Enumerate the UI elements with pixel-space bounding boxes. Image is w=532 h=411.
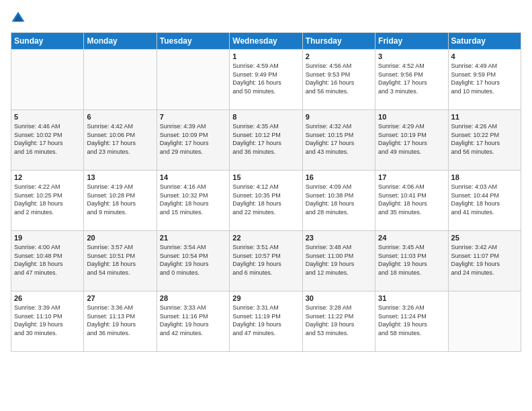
day-info: Sunrise: 3:48 AM Sunset: 11:00 PM Daylig… bbox=[306, 243, 372, 277]
day-number: 13 bbox=[87, 173, 153, 181]
day-number: 7 bbox=[160, 113, 226, 121]
calendar-cell: 19Sunrise: 4:00 AM Sunset: 10:48 PM Dayl… bbox=[11, 231, 84, 291]
header-day-thursday: Thursday bbox=[302, 33, 375, 50]
day-info: Sunrise: 4:29 AM Sunset: 10:19 PM Daylig… bbox=[378, 122, 445, 156]
header-day-wednesday: Wednesday bbox=[230, 33, 302, 50]
calendar-cell: 11Sunrise: 4:26 AM Sunset: 10:22 PM Dayl… bbox=[448, 110, 521, 171]
calendar-week-3: 12Sunrise: 4:22 AM Sunset: 10:25 PM Dayl… bbox=[11, 171, 521, 231]
calendar-cell: 10Sunrise: 4:29 AM Sunset: 10:19 PM Dayl… bbox=[375, 110, 448, 171]
calendar-table: SundayMondayTuesdayWednesdayThursdayFrid… bbox=[11, 32, 521, 352]
calendar-body: 1Sunrise: 4:59 AM Sunset: 9:49 PM Daylig… bbox=[11, 50, 521, 352]
day-number: 3 bbox=[378, 52, 445, 60]
calendar-cell: 20Sunrise: 3:57 AM Sunset: 10:51 PM Dayl… bbox=[84, 231, 157, 291]
header-day-friday: Friday bbox=[375, 33, 448, 50]
day-number: 4 bbox=[451, 52, 518, 60]
calendar-cell: 6Sunrise: 4:42 AM Sunset: 10:06 PM Dayli… bbox=[84, 110, 157, 171]
calendar-cell: 30Sunrise: 3:28 AM Sunset: 11:22 PM Dayl… bbox=[302, 291, 375, 352]
calendar-week-1: 1Sunrise: 4:59 AM Sunset: 9:49 PM Daylig… bbox=[11, 50, 521, 110]
day-number: 17 bbox=[378, 173, 445, 181]
day-number: 31 bbox=[378, 294, 445, 302]
day-info: Sunrise: 3:42 AM Sunset: 11:07 PM Daylig… bbox=[451, 243, 518, 277]
day-number: 14 bbox=[160, 173, 226, 181]
calendar-week-4: 19Sunrise: 4:00 AM Sunset: 10:48 PM Dayl… bbox=[11, 231, 521, 291]
calendar-cell: 26Sunrise: 3:39 AM Sunset: 11:10 PM Dayl… bbox=[11, 291, 84, 352]
calendar-cell: 22Sunrise: 3:51 AM Sunset: 10:57 PM Dayl… bbox=[230, 231, 302, 291]
calendar-cell: 15Sunrise: 4:12 AM Sunset: 10:35 PM Dayl… bbox=[230, 171, 302, 231]
day-number: 9 bbox=[306, 113, 372, 121]
calendar-cell: 21Sunrise: 3:54 AM Sunset: 10:54 PM Dayl… bbox=[157, 231, 229, 291]
logo bbox=[11, 11, 28, 26]
day-info: Sunrise: 4:03 AM Sunset: 10:44 PM Daylig… bbox=[451, 183, 518, 216]
day-info: Sunrise: 4:16 AM Sunset: 10:32 PM Daylig… bbox=[160, 183, 226, 216]
calendar-cell: 14Sunrise: 4:16 AM Sunset: 10:32 PM Dayl… bbox=[157, 171, 229, 231]
calendar-cell bbox=[157, 50, 229, 110]
calendar-cell: 1Sunrise: 4:59 AM Sunset: 9:49 PM Daylig… bbox=[230, 50, 302, 110]
day-info: Sunrise: 4:06 AM Sunset: 10:41 PM Daylig… bbox=[378, 183, 445, 216]
day-number: 28 bbox=[160, 294, 226, 302]
day-number: 11 bbox=[451, 113, 518, 121]
day-number: 2 bbox=[306, 52, 372, 60]
day-number: 19 bbox=[14, 234, 81, 242]
day-number: 30 bbox=[306, 294, 372, 302]
day-info: Sunrise: 4:49 AM Sunset: 9:59 PM Dayligh… bbox=[451, 62, 518, 95]
day-info: Sunrise: 4:19 AM Sunset: 10:28 PM Daylig… bbox=[87, 183, 153, 216]
day-number: 25 bbox=[451, 234, 518, 242]
calendar-cell bbox=[448, 291, 521, 352]
calendar-cell: 13Sunrise: 4:19 AM Sunset: 10:28 PM Dayl… bbox=[84, 171, 157, 231]
header-row: SundayMondayTuesdayWednesdayThursdayFrid… bbox=[11, 33, 521, 50]
day-number: 5 bbox=[14, 113, 81, 121]
day-number: 26 bbox=[14, 294, 81, 302]
calendar-cell: 28Sunrise: 3:33 AM Sunset: 11:16 PM Dayl… bbox=[157, 291, 229, 352]
calendar-cell: 5Sunrise: 4:46 AM Sunset: 10:02 PM Dayli… bbox=[11, 110, 84, 171]
header bbox=[11, 11, 521, 26]
day-number: 15 bbox=[232, 173, 299, 181]
header-day-monday: Monday bbox=[84, 33, 157, 50]
calendar-cell: 27Sunrise: 3:36 AM Sunset: 11:13 PM Dayl… bbox=[84, 291, 157, 352]
calendar-cell: 8Sunrise: 4:35 AM Sunset: 10:12 PM Dayli… bbox=[230, 110, 302, 171]
day-info: Sunrise: 4:59 AM Sunset: 9:49 PM Dayligh… bbox=[232, 62, 299, 95]
day-number: 10 bbox=[378, 113, 445, 121]
day-info: Sunrise: 4:32 AM Sunset: 10:15 PM Daylig… bbox=[306, 122, 372, 156]
day-info: Sunrise: 4:26 AM Sunset: 10:22 PM Daylig… bbox=[451, 122, 518, 156]
calendar-cell: 4Sunrise: 4:49 AM Sunset: 9:59 PM Daylig… bbox=[448, 50, 521, 110]
header-day-tuesday: Tuesday bbox=[157, 33, 229, 50]
day-info: Sunrise: 3:54 AM Sunset: 10:54 PM Daylig… bbox=[160, 243, 226, 277]
day-number: 23 bbox=[306, 234, 372, 242]
day-info: Sunrise: 3:45 AM Sunset: 11:03 PM Daylig… bbox=[378, 243, 445, 277]
calendar-week-5: 26Sunrise: 3:39 AM Sunset: 11:10 PM Dayl… bbox=[11, 291, 521, 352]
day-number: 8 bbox=[232, 113, 299, 121]
day-info: Sunrise: 3:26 AM Sunset: 11:24 PM Daylig… bbox=[378, 304, 445, 337]
calendar-cell bbox=[84, 50, 157, 110]
day-number: 1 bbox=[232, 52, 299, 60]
day-number: 6 bbox=[87, 113, 153, 121]
day-info: Sunrise: 4:35 AM Sunset: 10:12 PM Daylig… bbox=[232, 122, 299, 156]
day-number: 20 bbox=[87, 234, 153, 242]
day-info: Sunrise: 4:56 AM Sunset: 9:53 PM Dayligh… bbox=[306, 62, 372, 95]
calendar-cell: 24Sunrise: 3:45 AM Sunset: 11:03 PM Dayl… bbox=[375, 231, 448, 291]
calendar-cell: 31Sunrise: 3:26 AM Sunset: 11:24 PM Dayl… bbox=[375, 291, 448, 352]
calendar-cell: 25Sunrise: 3:42 AM Sunset: 11:07 PM Dayl… bbox=[448, 231, 521, 291]
calendar-cell: 29Sunrise: 3:31 AM Sunset: 11:19 PM Dayl… bbox=[230, 291, 302, 352]
day-number: 16 bbox=[306, 173, 372, 181]
day-info: Sunrise: 3:31 AM Sunset: 11:19 PM Daylig… bbox=[232, 304, 299, 337]
day-info: Sunrise: 3:36 AM Sunset: 11:13 PM Daylig… bbox=[87, 304, 153, 337]
page: SundayMondayTuesdayWednesdayThursdayFrid… bbox=[0, 0, 532, 359]
day-info: Sunrise: 4:46 AM Sunset: 10:02 PM Daylig… bbox=[14, 122, 81, 156]
header-day-sunday: Sunday bbox=[11, 33, 84, 50]
day-info: Sunrise: 3:33 AM Sunset: 11:16 PM Daylig… bbox=[160, 304, 226, 337]
calendar-week-2: 5Sunrise: 4:46 AM Sunset: 10:02 PM Dayli… bbox=[11, 110, 521, 171]
day-info: Sunrise: 4:39 AM Sunset: 10:09 PM Daylig… bbox=[160, 122, 226, 156]
header-day-saturday: Saturday bbox=[448, 33, 521, 50]
day-info: Sunrise: 4:12 AM Sunset: 10:35 PM Daylig… bbox=[232, 183, 299, 216]
day-info: Sunrise: 3:51 AM Sunset: 10:57 PM Daylig… bbox=[232, 243, 299, 277]
day-info: Sunrise: 4:42 AM Sunset: 10:06 PM Daylig… bbox=[87, 122, 153, 156]
calendar-cell: 17Sunrise: 4:06 AM Sunset: 10:41 PM Dayl… bbox=[375, 171, 448, 231]
day-info: Sunrise: 3:57 AM Sunset: 10:51 PM Daylig… bbox=[87, 243, 153, 277]
day-number: 12 bbox=[14, 173, 81, 181]
day-info: Sunrise: 4:09 AM Sunset: 10:38 PM Daylig… bbox=[306, 183, 372, 216]
calendar-cell: 3Sunrise: 4:52 AM Sunset: 9:56 PM Daylig… bbox=[375, 50, 448, 110]
calendar-cell: 2Sunrise: 4:56 AM Sunset: 9:53 PM Daylig… bbox=[302, 50, 375, 110]
day-number: 29 bbox=[232, 294, 299, 302]
calendar-cell: 9Sunrise: 4:32 AM Sunset: 10:15 PM Dayli… bbox=[302, 110, 375, 171]
day-number: 24 bbox=[378, 234, 445, 242]
